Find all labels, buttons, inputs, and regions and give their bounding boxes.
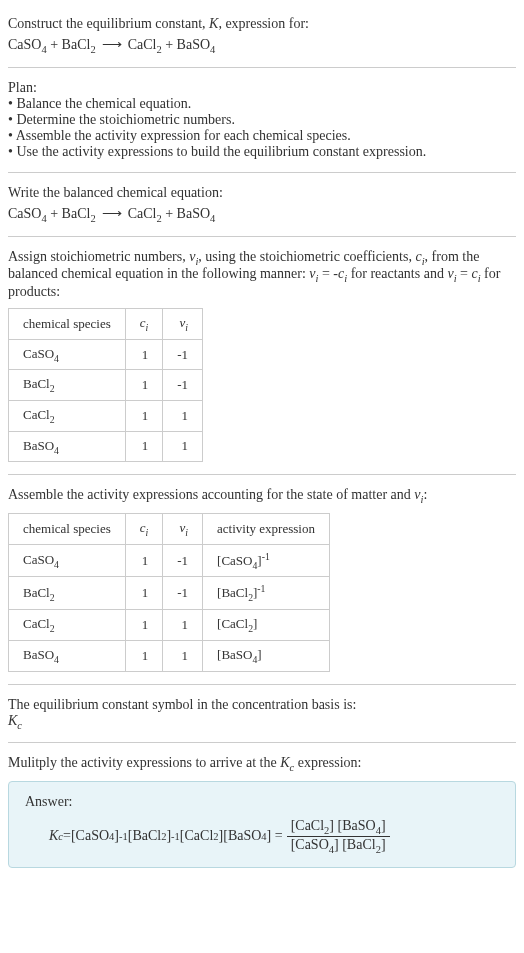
divider (8, 684, 516, 685)
plan-item: Use the activity expressions to build th… (8, 144, 516, 160)
intro-section: Construct the equilibrium constant, K, e… (8, 8, 516, 63)
table-row: BaSO4 1 1 (9, 431, 203, 462)
product1: CaCl (128, 206, 157, 221)
td-c: 1 (125, 339, 163, 370)
plus1: + (47, 37, 62, 52)
td-species: CaCl2 (9, 610, 126, 641)
k: K (49, 828, 58, 844)
td-activity: [BaSO4] (203, 640, 330, 671)
answer-box: Answer: Kc = [CaSO4]-1 [BaCl2]-1 [CaCl2]… (8, 781, 516, 868)
td-species: BaCl2 (9, 577, 126, 610)
th-nu: νi (163, 513, 203, 544)
answer-equation: Kc = [CaSO4]-1 [BaCl2]-1 [CaCl2] [BaSO4]… (25, 818, 499, 855)
plan-section: Plan: Balance the chemical equation. Det… (8, 72, 516, 168)
product1: CaCl (128, 37, 157, 52)
td-v: 1 (163, 610, 203, 641)
denominator: [CaSO4] [BaCl2] (287, 837, 390, 855)
answer-label: Answer: (25, 794, 499, 810)
intro-line1: Construct the equilibrium constant, (8, 16, 209, 31)
arrow2: ⟶ (102, 206, 122, 221)
td-species: CaSO4 (9, 544, 126, 577)
eq: = (63, 828, 71, 844)
divider (8, 742, 516, 743)
table-row: BaCl2 1 -1 [BaCl2]-1 (9, 577, 330, 610)
plus2: + (162, 206, 177, 221)
td-v: 1 (163, 640, 203, 671)
td-species: BaSO4 (9, 640, 126, 671)
td-v: -1 (163, 577, 203, 610)
table-row: CaSO4 1 -1 (9, 339, 203, 370)
reactant2-sub: 2 (90, 44, 95, 55)
eqconst-section: The equilibrium constant symbol in the c… (8, 689, 516, 739)
reactant1: CaSO (8, 37, 41, 52)
multiply-text: Mulitply the activity expressions to arr… (8, 755, 516, 773)
table-row: CaCl2 1 1 [CaCl2] (9, 610, 330, 641)
td-c: 1 (125, 544, 163, 577)
plan-title: Plan: (8, 80, 516, 96)
assemble-text: Assemble the activity expressions accoun… (8, 487, 516, 505)
k: K (280, 755, 289, 770)
equation-2: CaSO4 + BaCl2⟶CaCl2 + BaSO4 (8, 205, 516, 224)
eqconst-line1: The equilibrium constant symbol in the c… (8, 697, 516, 713)
reactant2: BaCl (62, 206, 91, 221)
table-row: BaCl2 1 -1 (9, 370, 203, 401)
td-v: -1 (163, 339, 203, 370)
td-v: -1 (163, 544, 203, 577)
assign-text: Assign stoichiometric numbers, νi, using… (8, 249, 516, 301)
assign-p1: Assign stoichiometric numbers, (8, 249, 189, 264)
td-v: 1 (163, 400, 203, 431)
product2-sub: 4 (210, 213, 215, 224)
td-c: 1 (125, 431, 163, 462)
td-activity: [CaCl2] (203, 610, 330, 641)
td-activity: [BaCl2]-1 (203, 577, 330, 610)
assign-p4: for reactants and (347, 266, 447, 281)
assign-section: Assign stoichiometric numbers, νi, using… (8, 241, 516, 471)
assemble-p2: : (423, 487, 427, 502)
table-row: CaSO4 1 -1 [CaSO4]-1 (9, 544, 330, 577)
divider (8, 172, 516, 173)
multiply-p1: Mulitply the activity expressions to arr… (8, 755, 280, 770)
plus2: + (162, 37, 177, 52)
td-species: BaCl2 (9, 370, 126, 401)
eq1b: = - (318, 266, 338, 281)
balanced-section: Write the balanced chemical equation: Ca… (8, 177, 516, 232)
table-header-row: chemical species ci νi activity expressi… (9, 513, 330, 544)
td-species: BaSO4 (9, 431, 126, 462)
activity-table: chemical species ci νi activity expressi… (8, 513, 330, 672)
multiply-section: Mulitply the activity expressions to arr… (8, 747, 516, 875)
arrow1: ⟶ (102, 37, 122, 52)
intro-text: Construct the equilibrium constant, K, e… (8, 16, 516, 32)
th-nu: νi (163, 309, 203, 340)
divider (8, 236, 516, 237)
balanced-title: Write the balanced chemical equation: (8, 185, 516, 201)
th-species: chemical species (9, 309, 126, 340)
td-c: 1 (125, 370, 163, 401)
th-activity: activity expression (203, 513, 330, 544)
td-c: 1 (125, 610, 163, 641)
th-c: ci (125, 513, 163, 544)
table-header-row: chemical species ci νi (9, 309, 203, 340)
numerator: [CaCl2] [BaSO4] (287, 818, 390, 837)
td-species: CaCl2 (9, 400, 126, 431)
td-v: 1 (163, 431, 203, 462)
product2: BaSO (177, 37, 210, 52)
product2-sub: 4 (210, 44, 215, 55)
multiply-p2: expression: (294, 755, 361, 770)
plan-item: Assemble the activity expression for eac… (8, 128, 516, 144)
assemble-p1: Assemble the activity expressions accoun… (8, 487, 414, 502)
product2: BaSO (177, 206, 210, 221)
plan-item: Balance the chemical equation. (8, 96, 516, 112)
td-activity: [CaSO4]-1 (203, 544, 330, 577)
plan-list: Balance the chemical equation. Determine… (8, 96, 516, 160)
divider (8, 474, 516, 475)
intro-line1b: , expression for: (218, 16, 309, 31)
equation-1: CaSO4 + BaCl2⟶CaCl2 + BaSO4 (8, 36, 516, 55)
th-species: chemical species (9, 513, 126, 544)
td-c: 1 (125, 577, 163, 610)
kc-symbol: Kc (8, 713, 516, 731)
td-c: 1 (125, 640, 163, 671)
table-row: CaCl2 1 1 (9, 400, 203, 431)
k-symbol: K (209, 16, 218, 31)
td-v: -1 (163, 370, 203, 401)
reactant2: BaCl (62, 37, 91, 52)
